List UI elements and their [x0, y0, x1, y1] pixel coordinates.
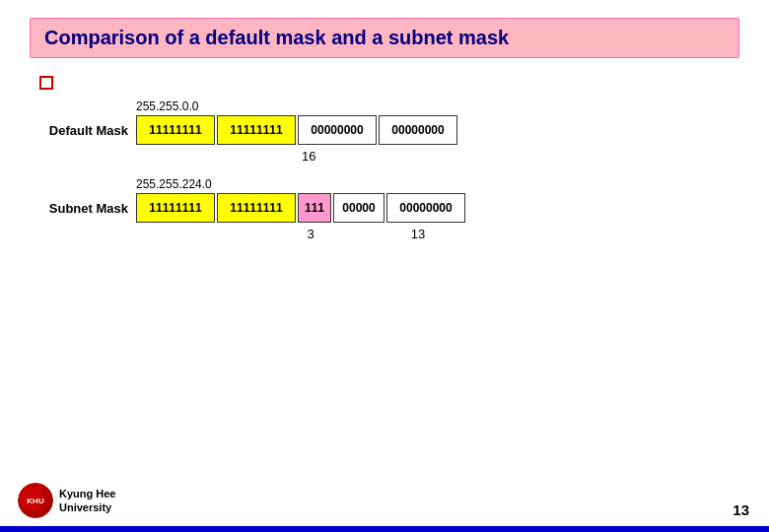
default-block-1: 11111111 [136, 115, 215, 145]
default-block-4: 00000000 [379, 115, 457, 145]
university-name-block: Kyung Hee University [59, 487, 115, 515]
subnet-count-3: 3 [294, 227, 327, 241]
slide-title: Comparison of a default mask and a subne… [44, 27, 509, 48]
subnet-notation: 255.255.224.0 [136, 177, 739, 191]
footer-logo: KHU Kyung Hee University [18, 483, 115, 518]
default-block-3: 00000000 [298, 115, 377, 145]
page-number: 13 [733, 501, 749, 518]
subnet-count-row: 3 13 [136, 227, 739, 241]
subnet-block-4: 00000 [333, 193, 384, 223]
subnet-mask-label: Subnet Mask [39, 201, 128, 216]
title-bar: Comparison of a default mask and a subne… [30, 18, 739, 58]
default-mask-row: Default Mask 11111111 11111111 00000000 … [39, 115, 739, 145]
default-count-row: 16 [136, 149, 739, 164]
subnet-mask-row: Subnet Mask 11111111 11111111 111 00000 … [39, 193, 739, 223]
diagram-area: 255.255.0.0 Default Mask 11111111 111111… [30, 100, 739, 241]
subnet-block-3: 111 [298, 193, 331, 223]
university-logo: KHU [18, 483, 53, 518]
bullet-icon [39, 76, 53, 90]
default-notation: 255.255.0.0 [136, 100, 739, 113]
default-mask-label: Default Mask [39, 123, 128, 138]
university-name-line1: Kyung Hee [59, 487, 115, 500]
bullet-row [30, 72, 739, 90]
subnet-block-1: 11111111 [136, 193, 215, 223]
logo-graphic: KHU [18, 483, 53, 518]
university-name-line2: University [59, 500, 115, 514]
default-block-2: 11111111 [217, 115, 296, 145]
subnet-block-2: 11111111 [217, 193, 296, 223]
bottom-bar [0, 526, 769, 532]
subnet-blocks: 11111111 11111111 111 00000 00000000 [136, 193, 465, 223]
slide-container: Comparison of a default mask and a subne… [0, 0, 769, 532]
subnet-count-13: 13 [379, 227, 457, 241]
default-blocks: 11111111 11111111 00000000 00000000 [136, 115, 457, 145]
subnet-block-5: 00000000 [386, 193, 465, 223]
default-count-label: 16 [302, 149, 315, 164]
